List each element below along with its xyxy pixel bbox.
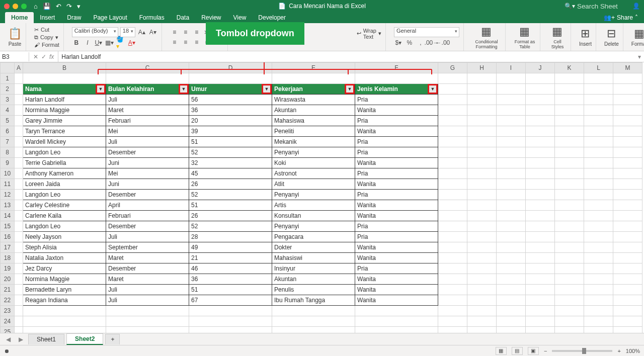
cell[interactable] [584,200,613,211]
cell[interactable] [613,232,642,242]
zoom-out-button[interactable]: − [544,348,547,354]
filter-dropdown-button[interactable]: ▼ [262,84,272,94]
table-header[interactable]: Umur▼ [189,84,272,95]
cell[interactable] [497,306,526,316]
align-center-icon[interactable]: ≡ [181,38,190,47]
tab-page-layout[interactable]: Page Layout [87,12,133,23]
table-cell[interactable]: Desember [106,147,189,158]
page-layout-view-button[interactable]: ▤ [512,347,523,355]
font-size-select[interactable]: 18 [120,27,135,37]
column-header-B[interactable]: B [23,63,106,73]
cell[interactable] [526,179,555,190]
cell[interactable] [497,179,526,190]
cell[interactable] [272,327,355,333]
table-cell[interactable]: Normina Maggie [23,105,106,116]
table-cell[interactable]: Juli [106,95,189,105]
user-icon[interactable]: 👤 [632,3,640,10]
cell[interactable] [467,200,497,211]
font-color-button[interactable]: A▾ [127,38,136,47]
cell[interactable] [613,221,642,232]
cell[interactable] [15,126,23,137]
table-cell[interactable]: Wanita [355,253,438,263]
row-header[interactable]: 22 [1,295,15,306]
table-cell[interactable]: 21 [189,253,272,263]
cell[interactable] [497,285,526,295]
cell[interactable] [438,253,467,263]
cell[interactable] [555,316,584,327]
table-cell[interactable]: 52 [189,147,272,158]
cell[interactable] [355,306,438,316]
cell[interactable] [15,137,23,147]
cell[interactable] [555,168,584,179]
cell[interactable] [613,116,642,126]
cell[interactable] [467,73,497,84]
cell[interactable] [613,253,642,263]
row-header[interactable]: 18 [1,253,15,263]
cell[interactable] [613,137,642,147]
sheet-tab-sheet2[interactable]: Sheet2 [66,333,103,345]
tab-data[interactable]: Data [171,12,195,23]
cell[interactable] [497,232,526,242]
cell[interactable] [438,147,467,158]
cell[interactable] [613,200,642,211]
table-cell[interactable]: 46 [189,263,272,274]
bold-button[interactable]: B [72,38,81,47]
table-cell[interactable]: 49 [189,242,272,253]
cell[interactable] [15,211,23,221]
table-cell[interactable]: Wiraswasta [272,95,355,105]
table-cell[interactable]: 36 [189,274,272,285]
table-cell[interactable]: 52 [189,190,272,200]
cell[interactable] [584,211,613,221]
table-cell[interactable]: Bernadette Laryn [23,285,106,295]
table-cell[interactable]: Pria [355,232,438,242]
delete-cells-button[interactable]: ⊟Delete [600,23,623,51]
table-cell[interactable]: Akuntan [272,274,355,285]
cell[interactable] [15,316,23,327]
cell[interactable] [15,263,23,274]
cell[interactable] [613,126,642,137]
table-cell[interactable]: Anthony Kameron [23,168,106,179]
maximize-window-button[interactable] [21,4,27,9]
sheet-nav-prev[interactable]: ◀ [3,336,14,343]
cell[interactable] [467,327,497,333]
cell[interactable] [555,221,584,232]
cell[interactable] [613,316,642,327]
cell[interactable] [15,274,23,285]
cell[interactable] [584,253,613,263]
cell[interactable] [467,147,497,158]
cell[interactable] [15,327,23,333]
cell[interactable] [467,232,497,242]
table-cell[interactable]: September [106,242,189,253]
row-header[interactable]: 9 [1,158,15,168]
cell[interactable] [555,179,584,190]
cell[interactable] [467,263,497,274]
cell[interactable] [15,95,23,105]
table-cell[interactable]: Carlene Kaila [23,211,106,221]
cell[interactable] [497,158,526,168]
table-cell[interactable]: 51 [189,200,272,211]
cell[interactable] [438,242,467,253]
table-cell[interactable]: Harlan Landolf [23,95,106,105]
align-left-icon[interactable]: ≡ [170,38,179,47]
cell[interactable] [438,306,467,316]
cell[interactable] [497,221,526,232]
save-icon[interactable]: 💾 [43,3,51,10]
table-cell[interactable]: Wanita [355,211,438,221]
cell[interactable] [497,168,526,179]
cell[interactable] [106,306,189,316]
cond-format-button[interactable]: ▦Conditional Formatting [468,23,506,51]
table-cell[interactable]: Mei [106,168,189,179]
cell[interactable] [584,274,613,285]
cell[interactable] [526,84,555,95]
cell[interactable] [526,327,555,333]
align-right-icon[interactable]: ≡ [192,38,201,47]
cell[interactable] [438,221,467,232]
cell[interactable] [467,126,497,137]
cell[interactable] [555,158,584,168]
cell[interactable] [526,263,555,274]
cell[interactable] [467,221,497,232]
tab-home[interactable]: Home [5,12,34,23]
cell[interactable] [555,84,584,95]
cell[interactable] [613,95,642,105]
table-cell[interactable]: Pria [355,116,438,126]
